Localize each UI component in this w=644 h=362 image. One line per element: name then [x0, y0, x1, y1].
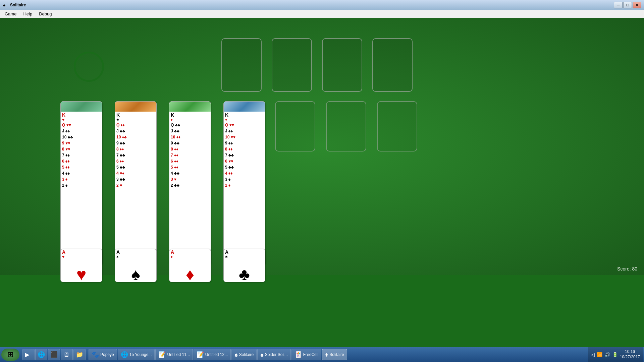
card-K-spades-col[interactable]: K ♣ Q ♦♦ J ♣♣ 10 ♦♣ 9 ♣♣ 8 ♦♦ 7 ♣♣ 6 ♦♦ …	[115, 101, 157, 265]
taskbar-freecell-label: FreeCell	[303, 352, 318, 357]
taskbar-untitled12-label: Untitled 12...	[205, 352, 228, 357]
taskbar-freecell[interactable]: 🃏 FreeCell	[291, 349, 321, 360]
menu-bar: Game Help Debug	[0, 10, 644, 18]
card-K-hearts[interactable]: K ♥ Q ♥♥ J ♠♠ 10 ♣♣ 9 ♥♥ 8 ♥♥ 7 ♦♠ 6 ♠♦ …	[60, 101, 102, 265]
taskbar-browser-icon[interactable]: 🌐	[35, 349, 47, 360]
card-8: 8 ♥♥	[61, 146, 102, 152]
taskbar-solitaire1[interactable]: ♠ Solitaire	[231, 349, 257, 360]
spider-icon: ♠	[260, 351, 264, 358]
notepad1-icon: 📝	[158, 351, 166, 358]
card-rank: K	[62, 113, 101, 118]
system-clock[interactable]: 10:16 10/27/2017	[620, 349, 640, 360]
card-image-2	[115, 102, 156, 112]
taskbar-15younger-label: 15 Younge...	[129, 352, 152, 357]
taskbar-solitaire2[interactable]: ♦ Solitaire	[322, 349, 347, 360]
card-K-diamonds-col[interactable]: K ♦ Q ♣♣ J ♣♣ 10 ♦♦ 9 ♣♣ 8 ♦♦ 7 ♦♦ 6 ♦♦ …	[169, 101, 211, 265]
taskbar-untitled11-label: Untitled 11...	[167, 352, 190, 357]
clock-date: 10/27/2017	[620, 355, 640, 360]
score-display: Score: 80	[617, 266, 637, 272]
card-4: 4 ♠♠	[61, 170, 102, 176]
tableau-right-slots	[275, 101, 417, 152]
menu-debug[interactable]: Debug	[36, 11, 55, 17]
stock-pile[interactable]	[74, 52, 104, 82]
tableau-slot-6[interactable]	[326, 101, 366, 152]
globe-icon: 🌐	[38, 351, 45, 358]
taskbar-explorer[interactable]: 📁	[73, 349, 86, 360]
menu-help[interactable]: Help	[20, 11, 36, 17]
close-button[interactable]: ✕	[633, 2, 641, 8]
tableau-slot-7[interactable]	[377, 101, 417, 152]
taskbar-popeye-label: Popeye	[100, 352, 114, 357]
card-rank-ace: A	[62, 250, 101, 255]
start-button[interactable]: ⊞	[1, 349, 19, 361]
tray-speaker[interactable]: 🔊	[604, 352, 610, 357]
card-rank-K2: K	[116, 113, 155, 118]
taskbar-computer[interactable]: 🖥	[61, 349, 73, 360]
menu-game[interactable]: Game	[1, 11, 20, 17]
title-bar: ♠ Solitaire ─ □ ✕	[0, 0, 644, 10]
foundation-slot-4[interactable]	[372, 38, 413, 92]
card-spade-center: ♠	[115, 261, 156, 282]
taskbar: ⊞ ▶ 🌐 ⬛ 🖥 📁 🐾 Popeye 🌐 15 Younge... 📝 Un…	[0, 347, 644, 362]
notepad2-icon: 📝	[197, 351, 204, 358]
card-Q: Q ♥♥	[61, 122, 102, 128]
tray-arrow[interactable]: ◁	[591, 352, 595, 357]
card-2: 2 ♠	[61, 182, 102, 188]
game-area: Score: 80 K ♥ Q ♥♥ J ♠♠ 10 ♣♣ 9 ♥♥ 8 ♥♥ …	[0, 18, 644, 275]
card-10: 10 ♣♣	[61, 134, 102, 140]
window-icon: ♠	[3, 2, 8, 8]
card-A-clubs[interactable]: A ♣ ♣ A♣	[223, 249, 265, 282]
media-icon: ▶	[25, 351, 30, 358]
taskbar-separator-2	[87, 350, 87, 360]
card-3: 3 ♦	[61, 176, 102, 182]
card-A-diamonds[interactable]: A ♦ ♦ A♦	[169, 249, 211, 282]
minimize-button[interactable]: ─	[614, 2, 623, 8]
taskbar-15younger[interactable]: 🌐 15 Younge...	[118, 349, 155, 360]
foundation-slot-2[interactable]	[272, 38, 312, 92]
solitaire1-icon: ♠	[234, 351, 238, 358]
card-6: 6 ♠♦	[61, 158, 102, 164]
freecell-icon: 🃏	[294, 351, 302, 358]
foundation-slot-1[interactable]	[221, 38, 262, 92]
card-J: J ♠♠	[61, 128, 102, 134]
tableau-col-3: K ♦ Q ♣♣ J ♣♣ 10 ♦♦ 9 ♣♣ 8 ♦♦ 7 ♦♦ 6 ♦♦ …	[169, 101, 213, 276]
foundation-slot-3[interactable]	[322, 38, 362, 92]
card-5: 5 ♦♦	[61, 164, 102, 170]
taskbar-cmd[interactable]: ⬛	[48, 349, 60, 360]
taskbar-spider[interactable]: ♠ Spider Soli...	[257, 349, 291, 360]
taskbar-media-player[interactable]: ▶	[22, 349, 35, 360]
tableau-slot-5[interactable]	[275, 101, 315, 152]
folder-icon: 📁	[76, 351, 83, 358]
solitaire2-icon: ♦	[325, 351, 328, 358]
taskbar-spider-label: Spider Soli...	[265, 352, 288, 357]
maximize-button[interactable]: □	[623, 2, 632, 8]
clock-time: 10:16	[620, 349, 640, 355]
tableau-col-1: K ♥ Q ♥♥ J ♠♠ 10 ♣♣ 9 ♥♥ 8 ♥♥ 7 ♦♠ 6 ♠♦ …	[60, 101, 104, 276]
taskbar-separator-1	[21, 350, 21, 360]
taskbar-untitled12[interactable]: 📝 Untitled 12...	[194, 349, 231, 360]
terminal-icon: ⬛	[50, 351, 58, 358]
card-7: 7 ♦♠	[61, 152, 102, 158]
system-tray: ◁ 📶 🔊 🔋 10:16 10/27/2017	[588, 347, 643, 362]
tableau-area: K ♥ Q ♥♥ J ♠♠ 10 ♣♣ 9 ♥♥ 8 ♥♥ 7 ♦♠ 6 ♠♦ …	[60, 101, 267, 276]
card-suit: ♥	[62, 118, 101, 122]
card-A-spades[interactable]: A ♠ ♠ A♠	[115, 249, 157, 282]
popeye-icon: 🐾	[92, 351, 99, 358]
taskbar-popeye[interactable]: 🐾 Popeye	[89, 349, 117, 360]
card-9: 9 ♥♥	[61, 140, 102, 146]
window-controls: ─ □ ✕	[614, 2, 641, 8]
card-K-clubs-col[interactable]: K ♦ Q ♥♥ J ♠♠ 10 ♥♥ 9 ♠♠ 8 ♦♦ 7 ♣♣ 6 ♥♥ …	[223, 101, 265, 265]
ie-icon: 🌐	[121, 351, 128, 358]
taskbar-untitled11[interactable]: 📝 Untitled 11...	[155, 349, 193, 360]
window-title: Solitaire	[10, 3, 614, 7]
card-A-hearts[interactable]: A ♥ ♥ A♥	[60, 249, 102, 282]
tableau-col-4: K ♦ Q ♥♥ J ♠♠ 10 ♥♥ 9 ♠♠ 8 ♦♦ 7 ♣♣ 6 ♥♥ …	[223, 101, 267, 276]
card-center-symbol: ♥	[61, 261, 102, 282]
taskbar-solitaire2-label: Solitaire	[329, 352, 344, 357]
tray-network[interactable]: 📶	[597, 352, 602, 357]
card-diamond-center: ♦	[169, 261, 211, 282]
tray-battery[interactable]: 🔋	[612, 352, 618, 357]
card-clubs-center: ♣	[224, 261, 265, 282]
card-image	[61, 102, 102, 112]
tableau-col-2: K ♣ Q ♦♦ J ♣♣ 10 ♦♣ 9 ♣♣ 8 ♦♦ 7 ♣♣ 6 ♦♦ …	[115, 101, 158, 276]
